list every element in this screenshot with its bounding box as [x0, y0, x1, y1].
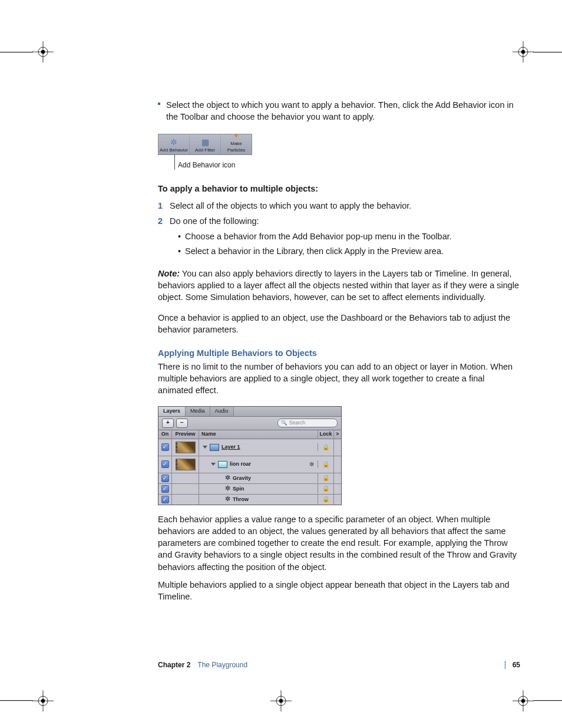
row-name: Throw	[233, 496, 249, 503]
footer-separator	[505, 661, 505, 669]
footer-title: The Playground	[197, 661, 247, 669]
section-body: There is no limit to the number of behav…	[158, 361, 520, 397]
toolbar-make-particles: ✦ Make Particles	[221, 134, 252, 154]
intro-bullet-item: Select the object to which you want to a…	[158, 99, 520, 123]
layers-column-header: On Preview Name Lock >	[158, 430, 341, 439]
step-number: 1	[158, 200, 166, 212]
multi-heading: To apply a behavior to multiple objects:	[158, 183, 520, 195]
crop-line	[0, 700, 33, 701]
sub-list: • Choose a behavior from the Add Behavio…	[170, 230, 520, 257]
gear-icon: ✲	[309, 460, 314, 469]
col-more: >	[334, 430, 341, 438]
sub-item: • Choose a behavior from the Add Behavio…	[178, 230, 520, 242]
toolbar-label: Add Behavior	[158, 147, 189, 153]
visibility-checkbox[interactable]: ✓	[161, 443, 169, 451]
crop-line	[0, 52, 33, 52]
filter-icon: ▦	[190, 138, 220, 146]
lock-icon[interactable]: 🔒	[322, 460, 329, 469]
behavior-icon: ✲	[225, 495, 230, 503]
col-name: Name	[199, 430, 318, 438]
gear-icon: ✲	[158, 138, 189, 146]
step-text: Do one of the following:	[170, 216, 259, 226]
add-layer-button[interactable]: +	[162, 419, 174, 428]
registration-mark-icon	[270, 690, 292, 711]
toolbar-image: ✲ Add Behavior ▦ Add Filter ✦ Make Parti…	[158, 134, 252, 155]
page-footer: Chapter 2 The Playground 65	[158, 661, 520, 669]
step-text: Select all of the objects to which you w…	[170, 200, 520, 212]
behavior-icon: ✲	[225, 484, 230, 493]
layer-icon	[210, 444, 219, 451]
sub-text: Choose a behavior from the Add Behavior …	[185, 230, 452, 242]
table-row[interactable]: ✓ Layer 1 🔒	[158, 439, 341, 456]
toolbar-figure: ✲ Add Behavior ▦ Add Filter ✦ Make Parti…	[158, 134, 252, 170]
registration-mark-icon	[513, 690, 534, 711]
col-preview: Preview	[172, 430, 199, 438]
disclosure-triangle-icon[interactable]	[211, 463, 216, 466]
visibility-checkbox[interactable]: ✓	[161, 460, 169, 468]
lock-icon[interactable]: 🔒	[322, 495, 329, 503]
step-2: 2 Do one of the following: • Choose a be…	[158, 215, 520, 259]
thumbnail-icon	[176, 442, 196, 453]
col-on: On	[158, 430, 172, 438]
toolbar-label: Make Particles	[221, 140, 252, 153]
behavior-icon: ✲	[225, 473, 230, 482]
crop-line	[533, 52, 562, 52]
intro-text: Select the object to which you want to a…	[166, 99, 520, 123]
search-icon: 🔍	[281, 420, 287, 427]
lock-icon[interactable]: 🔒	[322, 485, 329, 493]
sub-text: Select a behavior in the Library, then c…	[185, 245, 444, 257]
step-number: 2	[158, 215, 166, 259]
visibility-checkbox[interactable]: ✓	[161, 485, 169, 493]
lock-icon[interactable]: 🔒	[322, 443, 329, 452]
tab-audio[interactable]: Audio	[210, 407, 234, 416]
tab-media[interactable]: Media	[186, 407, 210, 416]
registration-mark-icon	[32, 690, 54, 711]
search-input[interactable]: 🔍 Search	[277, 419, 338, 427]
layers-tabs: Layers Media Audio	[158, 407, 341, 417]
bullet-dot-icon: •	[178, 245, 185, 257]
col-lock: Lock	[318, 430, 334, 438]
sub-item: • Select a behavior in the Library, then…	[178, 245, 520, 257]
registration-mark-icon	[32, 41, 54, 62]
tab-layers[interactable]: Layers	[158, 407, 186, 416]
particles-icon: ✦	[221, 131, 252, 140]
after-note-paragraph: Once a behavior is applied to an object,…	[158, 312, 520, 336]
footer-page-number: 65	[513, 661, 520, 669]
numbered-list: 1 Select all of the objects to which you…	[158, 200, 520, 259]
lock-icon[interactable]: 🔒	[322, 474, 329, 482]
note-paragraph: Note: You can also apply behaviors direc…	[158, 268, 520, 304]
paragraph-after-layers: Each behavior applies a value range to a…	[158, 513, 520, 573]
footer-chapter: Chapter 2	[158, 661, 190, 669]
paragraph-last: Multiple behaviors applied to a single o…	[158, 579, 520, 603]
square-bullet-icon	[158, 103, 160, 105]
toolbar-label: Add Filter	[190, 147, 220, 153]
note-label: Note:	[158, 269, 180, 278]
toolbar-add-behavior: ✲ Add Behavior	[158, 134, 190, 154]
thumbnail-icon	[176, 459, 196, 470]
layers-panel-figure: Layers Media Audio + − 🔍 Search On Previ…	[158, 406, 342, 505]
row-name: Layer 1	[222, 443, 240, 451]
disclosure-triangle-icon[interactable]	[203, 446, 207, 449]
bullet-dot-icon: •	[178, 230, 185, 242]
toolbar-caption: Add Behavior icon	[174, 154, 252, 170]
row-name: lion roar	[230, 460, 251, 468]
registration-mark-icon	[513, 41, 534, 62]
row-name: Spin	[233, 485, 244, 493]
row-name: Gravity	[233, 475, 251, 482]
toolbar-add-filter: ▦ Add Filter	[190, 134, 221, 154]
layers-toolbar: + − 🔍 Search	[158, 417, 341, 430]
table-row[interactable]: ✓ lion roar✲ 🔒	[158, 456, 341, 473]
visibility-checkbox[interactable]: ✓	[161, 475, 169, 482]
note-body: You can also apply behaviors directly to…	[158, 269, 519, 302]
table-row[interactable]: ✓ ✲Spin 🔒	[158, 484, 341, 495]
image-icon	[218, 461, 227, 468]
crop-line	[533, 700, 562, 701]
section-heading: Applying Multiple Behaviors to Objects	[158, 347, 520, 359]
visibility-checkbox[interactable]: ✓	[161, 496, 169, 503]
search-placeholder: Search	[289, 420, 305, 427]
remove-layer-button[interactable]: −	[176, 419, 188, 428]
table-row[interactable]: ✓ ✲Gravity 🔒	[158, 473, 341, 484]
step-1: 1 Select all of the objects to which you…	[158, 200, 520, 212]
table-row[interactable]: ✓ ✲Throw 🔒	[158, 495, 341, 505]
page-content: Select the object to which you want to a…	[158, 99, 520, 603]
